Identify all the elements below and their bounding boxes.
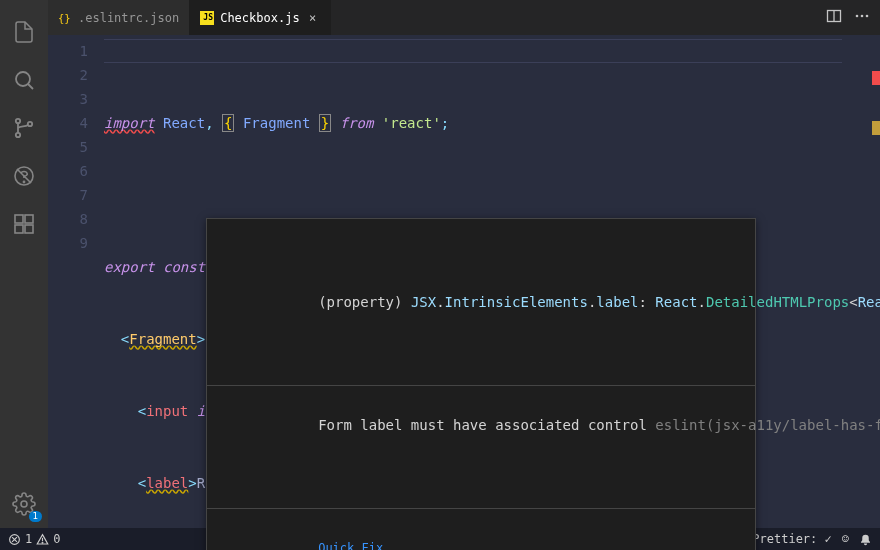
hover-tooltip: (property) JSX.IntrinsicElements.label: …	[206, 218, 756, 550]
svg-rect-6	[15, 215, 23, 223]
status-problems[interactable]: 1 0	[8, 532, 60, 546]
svg-point-1	[16, 119, 20, 123]
svg-point-15	[866, 15, 869, 18]
debug-disabled-icon[interactable]	[0, 152, 48, 200]
svg-point-3	[28, 122, 32, 126]
tab-label: .eslintrc.json	[78, 11, 179, 25]
svg-rect-9	[25, 215, 33, 223]
svg-point-5	[23, 181, 24, 182]
activity-bar: 1	[0, 0, 48, 528]
source-control-icon[interactable]	[0, 104, 48, 152]
error-marker[interactable]	[872, 71, 880, 85]
svg-text:{}: {}	[58, 11, 71, 23]
overview-ruler[interactable]	[866, 35, 880, 528]
tab-checkbox[interactable]: JS Checkbox.js ×	[190, 0, 330, 35]
search-icon[interactable]	[0, 56, 48, 104]
svg-point-13	[856, 15, 859, 18]
split-editor-icon[interactable]	[826, 8, 842, 27]
svg-rect-7	[15, 225, 23, 233]
tab-label: Checkbox.js	[220, 11, 299, 25]
settings-badge: 1	[29, 511, 42, 522]
line-number-gutter: 1 2 3 4 5 6 7 8 9	[48, 35, 104, 528]
more-actions-icon[interactable]	[854, 8, 870, 27]
tab-eslintrc[interactable]: {} .eslintrc.json	[48, 0, 190, 35]
svg-point-10	[21, 501, 27, 507]
js-icon: JS	[200, 11, 214, 25]
extensions-icon[interactable]	[0, 200, 48, 248]
active-line-highlight	[104, 39, 842, 63]
close-icon[interactable]: ×	[306, 11, 320, 25]
warning-marker[interactable]	[872, 121, 880, 135]
code-content[interactable]: import React, { Fragment } from 'react';…	[104, 35, 866, 528]
svg-point-2	[16, 133, 20, 137]
hover-signature: (property) JSX.IntrinsicElements.label: …	[207, 263, 755, 341]
svg-point-14	[861, 15, 864, 18]
svg-point-17	[42, 542, 43, 543]
explorer-icon[interactable]	[0, 8, 48, 56]
settings-icon[interactable]: 1	[0, 480, 48, 528]
editor[interactable]: 1 2 3 4 5 6 7 8 9 import React, { Fragme…	[48, 35, 880, 528]
tab-bar: {} .eslintrc.json JS Checkbox.js ×	[48, 0, 880, 35]
hover-lint-message: Form label must have associated control …	[207, 385, 755, 464]
svg-point-0	[16, 72, 30, 86]
svg-rect-8	[25, 225, 33, 233]
quick-fix-link[interactable]: Quick Fix...	[318, 541, 405, 550]
braces-icon: {}	[58, 11, 72, 25]
